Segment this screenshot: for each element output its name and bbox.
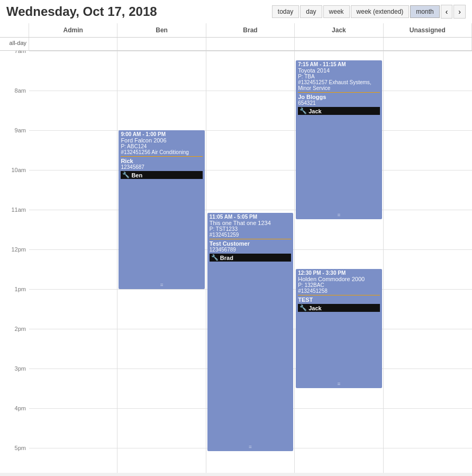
event-jack-2-sep bbox=[298, 295, 379, 295]
column-admin bbox=[29, 51, 117, 473]
event-ben-1-plate: P: ABC124 bbox=[121, 143, 202, 149]
event-brad-1-phone: 123456789 bbox=[210, 247, 291, 253]
column-headers: Admin Ben Brad Jack Unassigned bbox=[0, 23, 472, 38]
event-jack-1-job: #132451257 Exhaust Systems, Minor Servic… bbox=[298, 79, 379, 91]
event-ben-1-title: Ford Falcon 2006 bbox=[121, 137, 202, 143]
column-brad: 11:05 AM - 5:05 PM This one That one 123… bbox=[206, 51, 295, 473]
next-button[interactable]: › bbox=[453, 5, 466, 19]
event-jack-1-indicator: = bbox=[337, 212, 340, 218]
event-jack-1-customer: Jo Bloggs bbox=[298, 94, 379, 100]
calendar-wrapper: Admin Ben Brad Jack Unassigned all-day 7… bbox=[0, 23, 472, 473]
day-button[interactable]: day bbox=[300, 5, 322, 18]
label-11am: 11am bbox=[11, 206, 26, 213]
allday-unassigned bbox=[384, 38, 472, 50]
label-5pm: 5pm bbox=[15, 445, 26, 451]
today-button[interactable]: today bbox=[272, 5, 299, 18]
allday-row: all-day bbox=[0, 38, 472, 51]
event-ben-1-customer: Rick bbox=[121, 158, 202, 164]
allday-label: all-day bbox=[0, 38, 29, 50]
event-jack-2-time: 12:30 PM - 3:30 PM bbox=[298, 270, 379, 276]
event-brad-1-plate: P: TST1233 bbox=[210, 226, 291, 232]
label-4pm: 4pm bbox=[15, 405, 26, 411]
event-jack-2-plate: P: 132BAC bbox=[298, 282, 379, 288]
event-jack-2-assignee-name: Jack bbox=[308, 305, 321, 311]
header-bar: Wednesday, Oct 17, 2018 today day week w… bbox=[0, 0, 472, 23]
label-8am: 8am bbox=[15, 87, 26, 94]
wrench-icon-jack1: 🔧 bbox=[299, 107, 307, 114]
allday-jack bbox=[295, 38, 383, 50]
label-7am: 7am bbox=[15, 51, 26, 54]
event-jack-1-plate: P: TBA bbox=[298, 74, 379, 79]
event-jack-1-assignee: 🔧 Jack bbox=[298, 107, 379, 115]
event-brad-1-job: #132451259 bbox=[210, 232, 291, 238]
event-brad-1-customer: Test Customer bbox=[210, 240, 291, 247]
event-ben-1-phone: 12345687 bbox=[121, 164, 202, 170]
event-ben-1-assignee: 🔧 Ben bbox=[121, 171, 202, 179]
event-jack-2-title: Holden Commodore 2000 bbox=[298, 276, 379, 282]
event-brad-1-assignee-name: Brad bbox=[220, 255, 233, 261]
month-button[interactable]: month bbox=[410, 5, 439, 18]
event-jack-2-job: #132451258 bbox=[298, 288, 379, 294]
event-jack-1-assignee-name: Jack bbox=[308, 108, 321, 114]
col-header-ben: Ben bbox=[117, 23, 206, 37]
event-jack-2-indicator: = bbox=[337, 381, 340, 387]
event-ben-1-sep bbox=[121, 156, 202, 157]
prev-button[interactable]: ‹ bbox=[441, 5, 453, 19]
event-jack-2-customer: TEST bbox=[298, 297, 379, 303]
allday-ben bbox=[117, 38, 206, 50]
col-header-jack: Jack bbox=[295, 23, 383, 37]
event-brad-1-sep bbox=[210, 239, 291, 239]
col-header-brad: Brad bbox=[206, 23, 295, 37]
event-brad-1[interactable]: 11:05 AM - 5:05 PM This one That one 123… bbox=[207, 213, 293, 451]
col-header-unassigned: Unassigned bbox=[384, 23, 472, 37]
time-gutter-header bbox=[0, 23, 29, 37]
label-9am: 9am bbox=[15, 127, 26, 133]
allday-admin bbox=[29, 38, 117, 50]
wrench-icon-brad: 🔧 bbox=[211, 254, 219, 261]
event-ben-1-time: 9:00 AM - 1:00 PM bbox=[121, 131, 202, 137]
columns-area: 9:00 AM - 1:00 PM Ford Falcon 2006 P: AB… bbox=[29, 51, 472, 473]
event-brad-1-assignee: 🔧 Brad bbox=[210, 254, 291, 262]
event-ben-1[interactable]: 9:00 AM - 1:00 PM Ford Falcon 2006 P: AB… bbox=[119, 130, 204, 289]
wrench-icon: 🔧 bbox=[122, 172, 130, 178]
col-header-admin: Admin bbox=[29, 23, 117, 37]
allday-brad bbox=[206, 38, 295, 50]
label-2pm: 2pm bbox=[15, 326, 26, 332]
time-grid: 7am 8am 9am 10am 11am 12pm 1pm 2pm 3pm 4… bbox=[0, 51, 472, 473]
event-jack-2[interactable]: 12:30 PM - 3:30 PM Holden Commodore 2000… bbox=[296, 269, 382, 388]
label-1pm: 1pm bbox=[15, 286, 26, 292]
event-jack-1-phone: 654321 bbox=[298, 100, 379, 106]
event-jack-1-title: Toyota 2014 bbox=[298, 67, 379, 74]
event-jack-1-sep bbox=[298, 92, 379, 93]
event-ben-1-assignee-name: Ben bbox=[131, 172, 142, 178]
column-unassigned bbox=[384, 51, 472, 473]
label-10am: 10am bbox=[11, 167, 26, 173]
week-extended-button[interactable]: week (extended) bbox=[351, 5, 410, 18]
event-brad-1-time: 11:05 AM - 5:05 PM bbox=[210, 214, 291, 220]
label-3pm: 3pm bbox=[15, 365, 26, 372]
wrench-icon-jack2: 🔧 bbox=[299, 304, 307, 311]
nav-buttons: today day week week (extended) month ‹ › bbox=[272, 5, 466, 19]
date-title: Wednesday, Oct 17, 2018 bbox=[6, 4, 157, 19]
event-jack-2-assignee: 🔧 Jack bbox=[298, 304, 379, 312]
event-brad-1-title: This one That one 1234 bbox=[210, 220, 291, 226]
event-ben-1-indicator: = bbox=[160, 282, 164, 288]
label-12pm: 12pm bbox=[11, 246, 26, 253]
event-ben-1-job: #132451256 Air Conditioning bbox=[121, 149, 202, 155]
week-button[interactable]: week bbox=[323, 5, 350, 18]
event-jack-1[interactable]: 7:15 AM - 11:15 AM Toyota 2014 P: TBA #1… bbox=[296, 60, 382, 219]
column-jack: 7:15 AM - 11:15 AM Toyota 2014 P: TBA #1… bbox=[295, 51, 383, 473]
event-jack-1-time: 7:15 AM - 11:15 AM bbox=[298, 61, 379, 67]
column-ben: 9:00 AM - 1:00 PM Ford Falcon 2006 P: AB… bbox=[117, 51, 206, 473]
time-labels: 7am 8am 9am 10am 11am 12pm 1pm 2pm 3pm 4… bbox=[0, 51, 29, 473]
event-brad-1-indicator: = bbox=[249, 444, 252, 450]
